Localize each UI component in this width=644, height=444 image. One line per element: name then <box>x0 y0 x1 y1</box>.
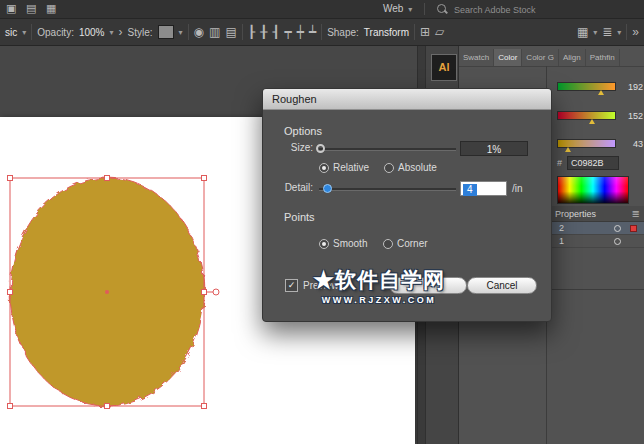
hex-prefix: # <box>557 158 562 168</box>
blue-channel-value[interactable]: 43 <box>615 139 643 149</box>
opacity-value-dropdown[interactable]: 100% <box>79 27 105 38</box>
layer-row-label: 1 <box>559 236 564 246</box>
chevron-down-icon: ▾ <box>110 28 114 37</box>
radio-icon <box>384 163 394 173</box>
document-app-badge: Al <box>431 54 457 81</box>
graphic-style-swatch[interactable] <box>158 25 174 39</box>
selected-text: 4 <box>463 184 477 196</box>
menu-icon[interactable]: ≣ <box>602 26 612 38</box>
separator <box>414 24 415 40</box>
hex-color-row: #C0982B <box>557 156 619 170</box>
slider-marker-icon[interactable] <box>598 90 604 95</box>
detail-slider-knob[interactable] <box>323 184 332 193</box>
panel-menu-icon[interactable]: ≣ <box>632 206 640 222</box>
search-icon <box>437 4 446 13</box>
adobe-app-icon[interactable]: ▣ <box>6 2 16 15</box>
corner-radio-label: Corner <box>397 238 428 249</box>
radio-icon <box>319 239 329 249</box>
absolute-radio-label: Absolute <box>398 162 437 173</box>
align-center-icon[interactable]: ╂ <box>260 26 267 38</box>
ok-button[interactable] <box>389 277 467 294</box>
more-options-icon[interactable]: » <box>632 26 639 38</box>
separator <box>188 24 189 40</box>
detail-unit-label: /in <box>512 183 523 194</box>
draw-behind-icon[interactable]: ▤ <box>225 26 236 38</box>
tab-swatches[interactable]: Swatch <box>459 49 494 66</box>
draw-normal-icon[interactable]: ▥ <box>209 26 220 38</box>
tab-align[interactable]: Align <box>559 49 586 66</box>
center-point <box>105 290 109 294</box>
properties-title: Properties <box>555 209 596 219</box>
shear-icon[interactable]: ▱ <box>435 26 444 38</box>
preview-checkbox-row[interactable]: ✓ Preview <box>285 279 339 292</box>
separator <box>626 24 627 40</box>
smooth-radio-label: Smooth <box>333 238 367 249</box>
layer-row[interactable]: 1 <box>546 235 644 248</box>
radio-icon <box>319 163 329 173</box>
slider-marker-icon[interactable] <box>565 147 571 152</box>
roughen-dialog: Roughen Options Size: 1% Relative Absolu… <box>262 88 552 322</box>
watermark-url: WWW.RJZXW.COM <box>263 295 495 305</box>
transform-panel-icon[interactable]: ⊞ <box>420 26 430 38</box>
chevron-down-icon: ▾ <box>22 28 26 37</box>
preview-label: Preview <box>303 280 339 291</box>
green-channel-value[interactable]: 152 <box>615 111 643 121</box>
illustrator-window: ▣ ▤ ▦ Web ▾ sic ▾ Opacity: 100% ▾ › Styl… <box>0 0 644 444</box>
cancel-button[interactable]: Cancel <box>467 277 537 294</box>
workspace-dropdown[interactable]: Web ▾ <box>383 3 412 14</box>
layer-row[interactable]: 2 <box>546 222 644 235</box>
relative-radio[interactable]: Relative <box>319 162 369 173</box>
options-section-label: Options <box>284 125 322 137</box>
align-right-icon[interactable]: ┨ <box>272 26 279 38</box>
distribute-center-icon[interactable]: ┿ <box>297 26 304 38</box>
chevron-down-icon: ▾ <box>179 28 183 37</box>
workspace-switcher-icon[interactable]: ▦ <box>46 2 56 15</box>
selection-color-indicator <box>630 225 637 232</box>
points-section-label: Points <box>284 211 315 223</box>
tab-color-guide[interactable]: Color G <box>522 49 559 66</box>
distribute-bottom-icon[interactable]: ┷ <box>309 26 316 38</box>
transform-link[interactable]: Transform <box>364 27 409 38</box>
chevron-down-icon: ▾ <box>593 28 597 37</box>
target-circle-icon[interactable] <box>614 225 621 232</box>
detail-value-field[interactable]: 4 <box>460 181 507 196</box>
tab-color[interactable]: Color <box>494 49 522 66</box>
panel-tab-bar: Swatch Color Color G Align Pathfin <box>459 49 644 67</box>
tab-pathfinder[interactable]: Pathfin <box>586 49 620 66</box>
distribute-top-icon[interactable]: ┯ <box>284 26 291 38</box>
size-value-field[interactable]: 1% <box>460 141 528 156</box>
rotate-handle[interactable] <box>213 289 219 295</box>
checkbox-checked-icon[interactable]: ✓ <box>285 279 298 292</box>
smooth-radio[interactable]: Smooth <box>319 238 367 249</box>
chevron-right-icon[interactable]: › <box>119 26 123 38</box>
arrange-documents-icon[interactable]: ▤ <box>26 2 36 15</box>
separator <box>424 3 425 15</box>
stock-search-input[interactable] <box>452 2 576 18</box>
properties-panel-header[interactable]: Properties ≣ <box>546 206 644 222</box>
shape-label: Shape: <box>327 27 359 38</box>
red-channel-slider[interactable] <box>557 82 616 91</box>
color-spectrum[interactable] <box>557 176 629 204</box>
workspace-label: Web <box>383 3 403 14</box>
absolute-radio[interactable]: Absolute <box>384 162 437 173</box>
hex-color-input[interactable]: C0982B <box>567 156 619 170</box>
red-channel-value[interactable]: 192 <box>615 82 643 92</box>
size-slider-track[interactable] <box>319 148 456 151</box>
blue-channel-slider[interactable] <box>557 139 616 148</box>
corner-radio[interactable]: Corner <box>383 238 428 249</box>
layer-row-label: 2 <box>559 223 564 233</box>
size-slider-knob[interactable] <box>316 144 325 153</box>
brush-definition-dropdown[interactable]: sic <box>5 27 17 38</box>
radio-icon <box>383 239 393 249</box>
green-channel-slider[interactable] <box>557 111 616 120</box>
detail-slider-track[interactable] <box>319 188 456 191</box>
style-label: Style: <box>128 27 153 38</box>
dialog-title-bar[interactable]: Roughen <box>263 89 551 110</box>
panel-options-icon[interactable]: ▦ <box>577 26 588 38</box>
align-left-icon[interactable]: ┠ <box>248 26 255 38</box>
slider-marker-icon[interactable] <box>589 119 595 124</box>
menu-bar: ▣ ▤ ▦ Web ▾ <box>0 0 644 19</box>
target-circle-icon[interactable] <box>614 238 621 245</box>
chevron-down-icon: ▾ <box>408 5 412 14</box>
document-setup-icon[interactable]: ◉ <box>194 26 204 38</box>
